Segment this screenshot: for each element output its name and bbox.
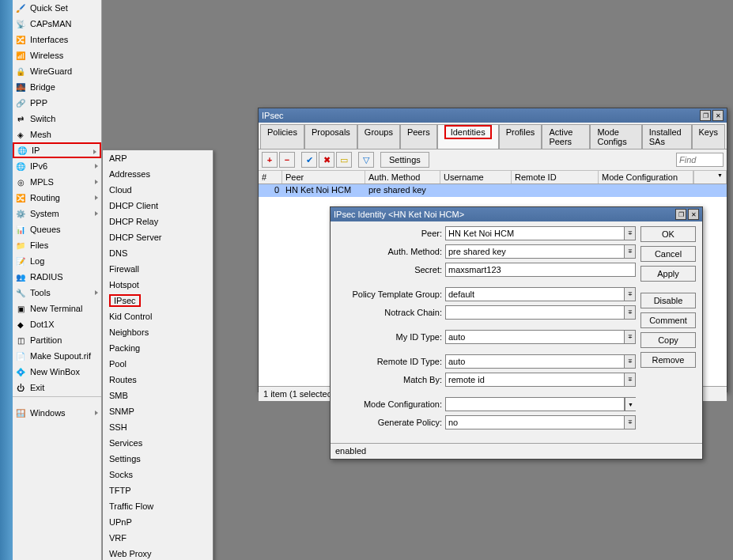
col-auth[interactable]: Auth. Method (365, 171, 440, 184)
sidebar-item-exit[interactable]: ⏻Exit (13, 380, 101, 395)
submenu-item-ssh[interactable]: SSH (103, 419, 213, 435)
submenu-item-packing[interactable]: Packing (103, 340, 213, 356)
col-mode[interactable]: Mode Configuration (599, 171, 693, 184)
submenu-item-dhcp-client[interactable]: DHCP Client (103, 198, 213, 214)
submenu-item-web-proxy[interactable]: Web Proxy (103, 546, 213, 560)
chevron-down-icon[interactable]: ∓ (625, 415, 636, 429)
peer-field[interactable]: HN Ket Noi HCM (445, 226, 625, 240)
submenu-item-hotspot[interactable]: Hotspot (103, 277, 213, 293)
ptg-field[interactable]: default (445, 287, 625, 301)
sidebar-item-radius[interactable]: 👥RADIUS (13, 269, 101, 285)
chevron-down-icon[interactable]: ▼ (625, 397, 636, 411)
submenu-item-arp[interactable]: ARP (103, 150, 213, 166)
submenu-item-routes[interactable]: Routes (103, 372, 213, 388)
chevron-down-icon[interactable]: ∓ (625, 226, 636, 240)
remove-button[interactable]: − (279, 152, 295, 168)
sidebar-item-bridge[interactable]: 🌉Bridge (13, 79, 101, 95)
submenu-item-tftp[interactable]: TFTP (103, 482, 213, 498)
tab-active-peers[interactable]: Active Peers (542, 124, 590, 149)
sidebar-item-files[interactable]: 📁Files (13, 237, 101, 253)
restore-icon[interactable]: ❐ (700, 110, 711, 121)
close-icon[interactable]: ✕ (688, 209, 699, 220)
sidebar-item-ppp[interactable]: 🔗PPP (13, 95, 101, 111)
chevron-down-icon[interactable]: ∓ (625, 287, 636, 301)
submenu-item-traffic-flow[interactable]: Traffic Flow (103, 498, 213, 514)
submenu-item-cloud[interactable]: Cloud (103, 182, 213, 198)
col-peer[interactable]: Peer (282, 171, 365, 184)
modecfg-field[interactable] (445, 397, 625, 411)
col-menu[interactable]: ▼ (693, 171, 727, 184)
disable-button[interactable]: ✖ (319, 152, 334, 168)
sidebar-item-windows[interactable]: 🪟 Windows (13, 405, 101, 421)
tab-identities[interactable]: Identities (437, 124, 499, 149)
tab-profiles[interactable]: Profiles (499, 124, 542, 149)
enable-button[interactable]: ✔ (301, 152, 317, 168)
find-input[interactable] (676, 153, 724, 167)
sidebar-item-dot1x[interactable]: ◆Dot1X (13, 316, 101, 332)
tab-policies[interactable]: Policies (260, 124, 304, 149)
add-button[interactable]: + (262, 152, 278, 168)
col-user[interactable]: Username (440, 171, 512, 184)
submenu-item-dhcp-relay[interactable]: DHCP Relay (103, 214, 213, 229)
comment-button[interactable]: ▭ (336, 152, 352, 168)
chevron-down-icon[interactable]: ∓ (625, 373, 636, 387)
match-field[interactable]: remote id (445, 373, 625, 387)
submenu-item-upnp[interactable]: UPnP (103, 514, 213, 530)
sidebar-item-make-supout.rif[interactable]: 📄Make Supout.rif (13, 348, 101, 364)
sidebar-item-tools[interactable]: 🔧Tools (13, 285, 101, 301)
submenu-item-kid-control[interactable]: Kid Control (103, 308, 213, 324)
col-remote[interactable]: Remote ID (512, 171, 599, 184)
sidebar-item-quick-set[interactable]: 🖌️Quick Set (13, 0, 101, 16)
grid-header[interactable]: # Peer Auth. Method Username Remote ID M… (259, 171, 727, 184)
ipsec-titlebar[interactable]: IPsec ❐ ✕ (259, 108, 727, 123)
remove-button[interactable]: Remove (640, 352, 696, 368)
sidebar-item-mpls[interactable]: ◎MPLS (13, 174, 101, 190)
sidebar-item-capsman[interactable]: 📡CAPsMAN (13, 16, 101, 32)
submenu-item-smb[interactable]: SMB (103, 388, 213, 403)
sidebar-item-partition[interactable]: ◫Partition (13, 332, 101, 348)
comment-button[interactable]: Comment (640, 312, 696, 328)
sidebar-item-mesh[interactable]: ◈Mesh (13, 127, 101, 142)
submenu-item-addresses[interactable]: Addresses (103, 166, 213, 182)
sidebar-item-log[interactable]: 📝Log (13, 253, 101, 269)
genpol-field[interactable]: no (445, 415, 625, 429)
submenu-item-vrf[interactable]: VRF (103, 530, 213, 546)
submenu-item-settings[interactable]: Settings (103, 451, 213, 467)
myid-field[interactable]: auto (445, 330, 625, 344)
ok-button[interactable]: OK (640, 226, 696, 242)
sidebar-item-switch[interactable]: ⇄Switch (13, 111, 101, 127)
notrack-field[interactable] (445, 305, 625, 320)
chevron-down-icon[interactable]: ∓ (625, 330, 636, 344)
table-row[interactable]: 0 HN Ket Noi HCM pre shared key (259, 184, 727, 197)
filter-button[interactable]: ▽ (358, 152, 374, 168)
identity-titlebar[interactable]: IPsec Identity <HN Ket Noi HCM> ❐ ✕ (331, 207, 702, 221)
tab-keys[interactable]: Keys (692, 124, 725, 149)
tab-installed-sas[interactable]: Installed SAs (642, 124, 692, 149)
chevron-down-icon[interactable]: ∓ (625, 305, 636, 320)
sidebar-item-new-winbox[interactable]: 💠New WinBox (13, 364, 101, 380)
disable-button[interactable]: Disable (640, 293, 696, 308)
submenu-item-services[interactable]: Services (103, 435, 213, 451)
submenu-item-firewall[interactable]: Firewall (103, 261, 213, 277)
sidebar-item-wireguard[interactable]: 🔒WireGuard (13, 63, 101, 79)
chevron-down-icon[interactable]: ∓ (625, 244, 636, 259)
remoteid-field[interactable]: auto (445, 354, 625, 369)
auth-field[interactable]: pre shared key (445, 244, 625, 259)
sidebar-item-routing[interactable]: 🔀Routing (13, 190, 101, 206)
sidebar-item-ipv6[interactable]: 🌐IPv6 (13, 158, 101, 174)
tab-proposals[interactable]: Proposals (304, 124, 357, 149)
submenu-item-pool[interactable]: Pool (103, 356, 213, 372)
submenu-item-neighbors[interactable]: Neighbors (103, 324, 213, 340)
sidebar-item-wireless[interactable]: 📶Wireless (13, 47, 101, 63)
submenu-item-socks[interactable]: Socks (103, 467, 213, 482)
sidebar-item-system[interactable]: ⚙️System (13, 206, 101, 221)
copy-button[interactable]: Copy (640, 332, 696, 348)
tab-peers[interactable]: Peers (400, 124, 437, 149)
sidebar-item-interfaces[interactable]: 🔀Interfaces (13, 32, 101, 47)
apply-button[interactable]: Apply (640, 266, 696, 282)
submenu-item-dns[interactable]: DNS (103, 245, 213, 261)
sidebar-item-ip[interactable]: 🌐IP (13, 142, 101, 158)
chevron-down-icon[interactable]: ∓ (625, 354, 636, 369)
restore-icon[interactable]: ❐ (675, 209, 686, 220)
sidebar-item-new-terminal[interactable]: ▣New Terminal (13, 301, 101, 316)
